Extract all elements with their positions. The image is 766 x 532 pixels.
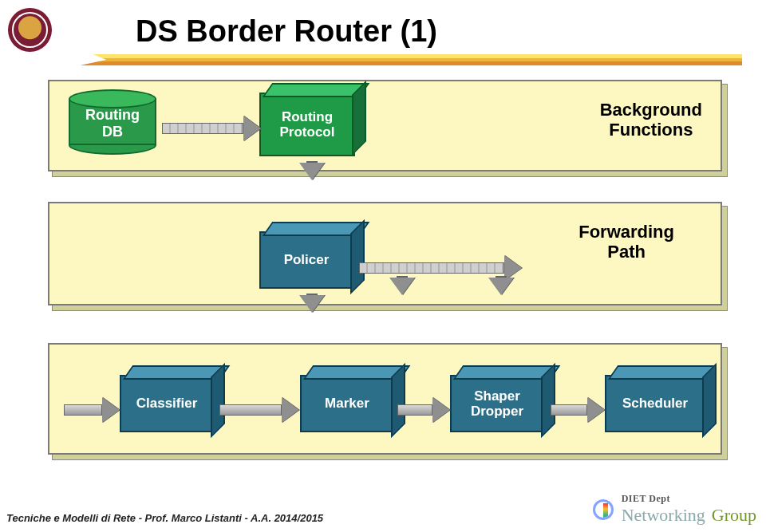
footer-dept: DIET Dept [622, 493, 756, 505]
title-underline [80, 54, 742, 65]
footer-credits: Tecniche e Modelli di Rete - Prof. Marco… [6, 512, 323, 524]
arrow-classifier-to-marker [219, 397, 299, 423]
forwarding-path-label: Forwarding Path [578, 222, 674, 262]
routing-protocol-box: Routing Protocol [259, 93, 355, 156]
shaper-dropper-box: Shaper Dropper [450, 375, 544, 432]
footer-branding: DIET Dept Networking Group [593, 493, 756, 526]
network-globe-icon [593, 499, 614, 520]
routing-db-line1: Routing [69, 107, 156, 124]
arrow-shaper-to-scheduler [551, 397, 605, 423]
arrow-into-classifier [64, 397, 120, 423]
classifier-box: Classifier [120, 375, 214, 432]
arrow-policer-down [299, 294, 325, 313]
marker-box: Marker [300, 375, 394, 432]
arrow-branch-2 [488, 276, 514, 295]
routing-db-cylinder: Routing DB [69, 89, 156, 155]
policer-box: Policer [259, 231, 353, 289]
routing-db-line2: DB [69, 124, 156, 140]
slide-title: DS Border Router (1) [136, 14, 437, 49]
arrow-db-to-routing [162, 116, 261, 141]
arrow-routing-to-policer [299, 161, 325, 180]
footer-group: Group [712, 505, 756, 525]
background-functions-label: Background Functions [600, 100, 702, 140]
institution-logo-icon [8, 8, 52, 52]
arrow-branch-1 [389, 276, 415, 295]
scheduler-box: Scheduler [605, 375, 705, 432]
arrow-marker-to-shaper [397, 397, 450, 423]
footer-net: Networking [622, 505, 705, 525]
